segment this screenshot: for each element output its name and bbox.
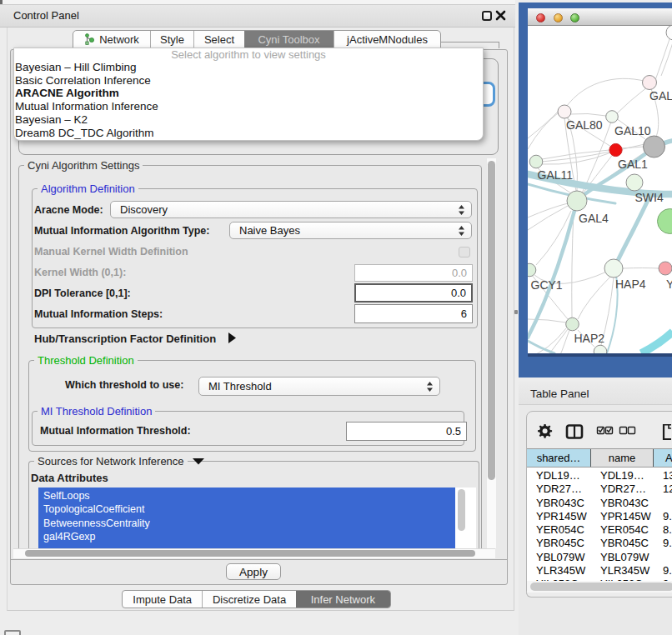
svg-text:GAL11: GAL11 (538, 168, 574, 182)
svg-text:GAL80: GAL80 (566, 118, 603, 132)
svg-text:GAL7: GAL7 (649, 89, 672, 102)
svg-text:Y: Y (666, 278, 672, 291)
svg-text:SWI4: SWI4 (635, 191, 664, 204)
svg-text:GCY1: GCY1 (531, 278, 563, 292)
svg-text:GAL10: GAL10 (614, 124, 651, 138)
svg-text:GAL1: GAL1 (618, 158, 648, 171)
svg-text:HAP2: HAP2 (574, 332, 605, 345)
svg-text:GAL4: GAL4 (579, 212, 609, 225)
svg-text:HAP4: HAP4 (615, 278, 646, 291)
